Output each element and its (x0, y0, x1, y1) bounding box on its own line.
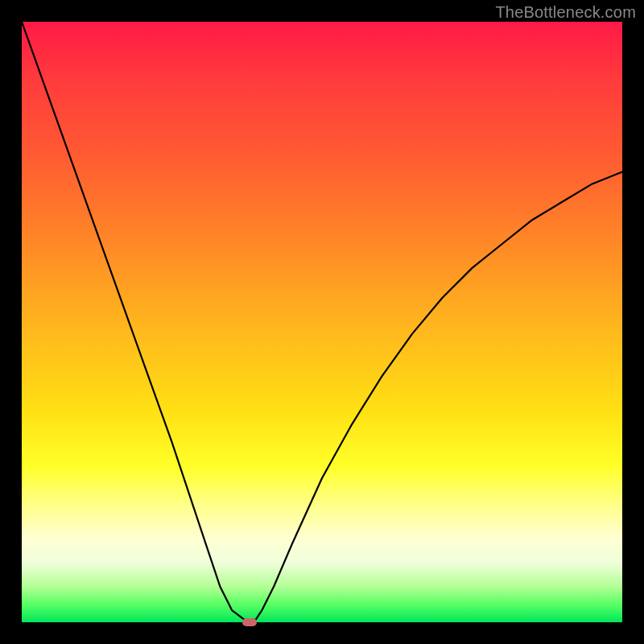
watermark-text: TheBottleneck.com (495, 3, 636, 22)
chart-plot-area (22, 22, 622, 622)
optimal-point-marker (242, 618, 257, 626)
bottleneck-curve (22, 22, 622, 622)
